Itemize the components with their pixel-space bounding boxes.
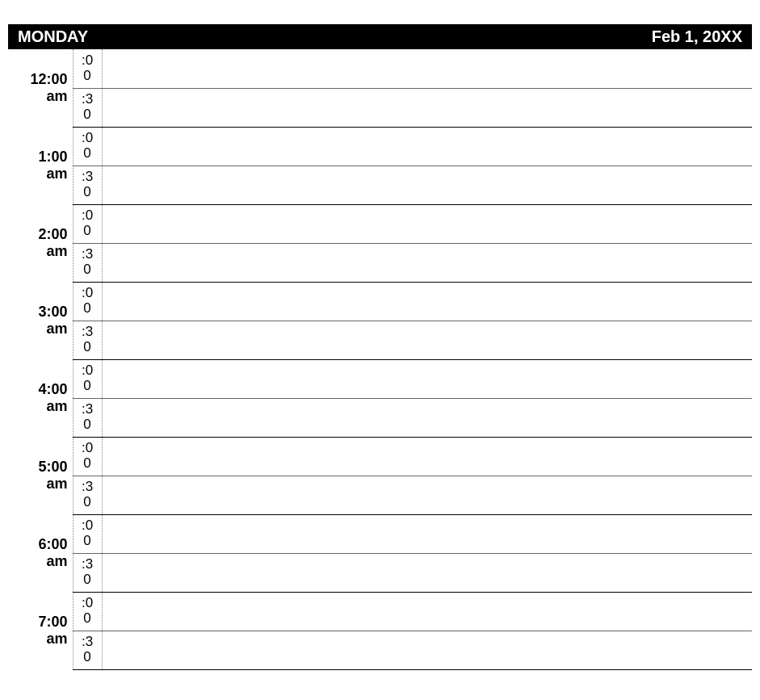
entry-cell-30[interactable]: [102, 631, 752, 669]
entry-cell-00[interactable]: [102, 359, 752, 398]
minute-label-00: :00: [73, 437, 102, 476]
entry-cell-30[interactable]: [102, 88, 752, 127]
entry-cell-00[interactable]: [102, 514, 752, 553]
entry-cell-30[interactable]: [102, 243, 752, 282]
hour-label: 5:00am: [8, 437, 73, 514]
entry-cell-00[interactable]: [102, 204, 752, 243]
minute-label-30: :30: [73, 476, 102, 514]
entry-cell-30[interactable]: [102, 553, 752, 592]
minute-label-00: :00: [73, 282, 102, 321]
hour-row-bottom: :30: [8, 321, 752, 359]
entry-cell-30[interactable]: [102, 321, 752, 359]
hour-row-top: 2:00am:00: [8, 204, 752, 243]
minute-label-30: :30: [73, 243, 102, 282]
header-date: Feb 1, 20XX: [652, 27, 742, 46]
minute-label-00: :00: [73, 514, 102, 553]
minute-label-00: :00: [73, 127, 102, 166]
entry-cell-00[interactable]: [102, 592, 752, 631]
hour-row-bottom: :30: [8, 88, 752, 127]
hour-label: 4:00am: [8, 359, 73, 437]
entry-cell-30[interactable]: [102, 398, 752, 437]
hour-row-bottom: :30: [8, 398, 752, 437]
hour-row-top: 1:00am:00: [8, 127, 752, 166]
hour-row-bottom: :30: [8, 166, 752, 204]
daily-schedule-page: MONDAY Feb 1, 20XX 12:00am:00:301:00am:0…: [0, 0, 760, 678]
schedule-table: 12:00am:00:301:00am:00:302:00am:00:303:0…: [8, 49, 752, 670]
hour-label: 7:00am: [8, 592, 73, 669]
header-bar: MONDAY Feb 1, 20XX: [8, 24, 752, 49]
minute-label-30: :30: [73, 631, 102, 669]
hour-row-bottom: :30: [8, 631, 752, 669]
minute-label-30: :30: [73, 166, 102, 204]
minute-label-30: :30: [73, 398, 102, 437]
hour-row-top: 3:00am:00: [8, 282, 752, 321]
hour-row-top: 5:00am:00: [8, 437, 752, 476]
minute-label-30: :30: [73, 553, 102, 592]
minute-label-00: :00: [73, 359, 102, 398]
hour-row-top: 7:00am:00: [8, 592, 752, 631]
schedule-body: 12:00am:00:301:00am:00:302:00am:00:303:0…: [8, 49, 752, 669]
hour-label: 6:00am: [8, 514, 73, 592]
minute-label-30: :30: [73, 88, 102, 127]
minute-label-00: :00: [73, 592, 102, 631]
hour-row-top: 4:00am:00: [8, 359, 752, 398]
entry-cell-00[interactable]: [102, 282, 752, 321]
hour-label: 3:00am: [8, 282, 73, 359]
entry-cell-30[interactable]: [102, 166, 752, 204]
entry-cell-00[interactable]: [102, 49, 752, 88]
header-day: MONDAY: [18, 27, 88, 46]
entry-cell-30[interactable]: [102, 476, 752, 514]
minute-label-00: :00: [73, 204, 102, 243]
entry-cell-00[interactable]: [102, 127, 752, 166]
hour-row-bottom: :30: [8, 243, 752, 282]
hour-label: 1:00am: [8, 127, 73, 204]
entry-cell-00[interactable]: [102, 437, 752, 476]
hour-row-top: 12:00am:00: [8, 49, 752, 88]
hour-row-top: 6:00am:00: [8, 514, 752, 553]
hour-row-bottom: :30: [8, 476, 752, 514]
minute-label-30: :30: [73, 321, 102, 359]
hour-row-bottom: :30: [8, 553, 752, 592]
hour-label: 12:00am: [8, 49, 73, 127]
hour-label: 2:00am: [8, 204, 73, 282]
minute-label-00: :00: [73, 49, 102, 88]
